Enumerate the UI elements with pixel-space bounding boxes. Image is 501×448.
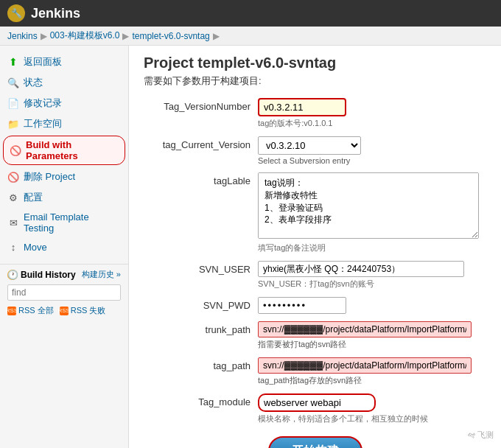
tag-module-hint: 模块名称，特别适合多个工程，相互独立的时候	[258, 413, 486, 424]
form-row-svn-user: SVN_USER SVN_USER：打tag的svn的账号	[144, 261, 486, 290]
sidebar-label-move: Move	[24, 242, 47, 253]
form-row-tag-version: Tag_VersionNumber tag的版本号:v0.1.0.1	[144, 98, 486, 129]
tag-version-hint: tag的版本号:v0.1.0.1	[258, 118, 486, 129]
rss-icon-failed: RSS	[60, 307, 69, 315]
history-icon: 🕐	[7, 270, 18, 280]
control-svn-user: SVN_USER：打tag的svn的账号	[258, 261, 486, 290]
control-tag-module: 模块名称，特别适合多个工程，相互独立的时候	[258, 393, 486, 424]
rss-all-label: RSS 全部	[18, 305, 54, 316]
form-row-tag-lable: tagLable tag说明： 新增修改特性 1、登录验证码 2、表单字段排序 …	[144, 172, 486, 253]
label-svn-pwd: SVN_PWD	[144, 297, 258, 311]
sidebar-label-email: Email Template Testing	[24, 211, 121, 234]
label-tag-lable: tagLable	[144, 172, 258, 186]
submit-button[interactable]: 开始构建	[268, 436, 362, 448]
find-input[interactable]	[7, 284, 121, 301]
svn-pwd-input[interactable]	[258, 297, 346, 314]
build-history-title: Build History	[21, 270, 76, 280]
delete-icon: 🚫	[7, 171, 19, 183]
folder-icon: 📁	[7, 118, 19, 130]
tag-lable-hint: 填写tag的备注说明	[258, 242, 486, 253]
move-icon: ↕	[7, 241, 19, 253]
breadcrumb-jenkins[interactable]: Jenkins	[7, 31, 38, 41]
page-subtitle: 需要如下参数用于构建项目:	[144, 74, 486, 88]
form-row-svn-pwd: SVN_PWD	[144, 297, 486, 314]
sidebar-item-delete-project[interactable]: 🚫 删除 Project	[0, 167, 128, 187]
app-title: Jenkins	[31, 6, 80, 21]
sidebar-label-status: 状态	[24, 76, 43, 89]
rss-icon-all: RSS	[7, 307, 16, 315]
sidebar-label-modify: 修改记录	[24, 97, 62, 110]
form-row-trunk-path: trunk_path 指需要被打tag的svn路径	[144, 321, 486, 350]
control-svn-pwd	[258, 297, 486, 314]
arrow-up-icon: ⬆	[7, 56, 19, 68]
control-current-version: v0.3.2.10 Select a Subversion entry	[258, 136, 486, 165]
sidebar-label-return: 返回面板	[24, 55, 62, 69]
file-icon: 📄	[7, 97, 19, 109]
gear-icon: ⚙	[7, 192, 19, 203]
svn-user-hint: SVN_USER：打tag的svn的账号	[258, 279, 486, 290]
main-content: Project templet-v6.0-svntag 需要如下参数用于构建项目…	[129, 46, 501, 448]
tag-path-input[interactable]	[258, 357, 472, 374]
control-trunk-path: 指需要被打tag的svn路径	[258, 321, 486, 350]
build-form: Tag_VersionNumber tag的版本号:v0.1.0.1 tag_C…	[144, 98, 486, 424]
breadcrumb-sep-3: ▶	[213, 31, 220, 41]
sidebar-item-workspace[interactable]: 📁 工作空间	[0, 113, 128, 134]
sidebar-label-delete: 删除 Project	[24, 170, 75, 183]
control-tag-lable: tag说明： 新增修改特性 1、登录验证码 2、表单字段排序 部署注意事项 1 …	[258, 172, 486, 253]
trunk-path-input[interactable]	[258, 321, 472, 337]
label-tag-version: Tag_VersionNumber	[144, 98, 258, 112]
sidebar: ⬆ 返回面板 🔍 状态 📄 修改记录 📁 工作空间 🚫 Build with P…	[0, 46, 129, 448]
label-svn-user: SVN_USER	[144, 261, 258, 275]
current-version-hint: Select a Subversion entry	[258, 156, 486, 165]
breadcrumb-templet[interactable]: templet-v6.0-svntag	[132, 31, 209, 41]
rss-all-link[interactable]: RSS RSS 全部	[7, 305, 54, 316]
sidebar-item-return-panel[interactable]: ⬆ 返回面板	[0, 52, 128, 72]
label-trunk-path: trunk_path	[144, 321, 258, 335]
breadcrumb: Jenkins ▶ 003-构建模板v6.0 ▶ templet-v6.0-sv…	[0, 27, 501, 46]
header: 🔧 Jenkins	[0, 0, 501, 27]
build-history-header: 🕐 Build History 构建历史 »	[7, 269, 121, 280]
build-params-icon: 🚫	[10, 144, 21, 156]
tag-module-input[interactable]	[258, 393, 376, 412]
control-tag-path: tag_path指tag存放的svn路径	[258, 357, 486, 386]
sidebar-item-config[interactable]: ⚙ 配置	[0, 187, 128, 208]
tag-path-hint: tag_path指tag存放的svn路径	[258, 375, 486, 386]
breadcrumb-sep-2: ▶	[122, 31, 129, 41]
build-history-section: 🕐 Build History 构建历史 » RSS RSS 全部 RSS RS…	[0, 264, 128, 321]
logo-icon: 🔧	[11, 8, 22, 18]
sidebar-item-build-with-parameters[interactable]: 🚫 Build with Parameters	[3, 136, 125, 165]
sidebar-item-status[interactable]: 🔍 状态	[0, 72, 128, 93]
sidebar-item-move[interactable]: ↕ Move	[0, 237, 128, 256]
form-row-tag-path: tag_path tag_path指tag存放的svn路径	[144, 357, 486, 386]
sidebar-item-email-template[interactable]: ✉ Email Template Testing	[0, 208, 128, 237]
current-version-select[interactable]: v0.3.2.10	[258, 136, 361, 155]
breadcrumb-sep-1: ▶	[41, 31, 47, 41]
tag-version-input[interactable]	[258, 98, 346, 116]
label-tag-module: Tag_module	[144, 393, 258, 407]
jenkins-logo: 🔧	[7, 4, 25, 22]
build-history-link[interactable]: 构建历史 »	[82, 269, 121, 280]
form-row-current-version: tag_Current_Version v0.3.2.10 Select a S…	[144, 136, 486, 165]
page-title: Project templet-v6.0-svntag	[144, 55, 486, 71]
label-current-version: tag_Current_Version	[144, 136, 258, 150]
main-layout: ⬆ 返回面板 🔍 状态 📄 修改记录 📁 工作空间 🚫 Build with P…	[0, 46, 501, 448]
email-icon: ✉	[7, 217, 19, 228]
sidebar-item-modify-records[interactable]: 📄 修改记录	[0, 93, 128, 113]
search-icon: 🔍	[7, 77, 19, 88]
sidebar-label-build-params: Build with Parameters	[26, 139, 119, 161]
rss-failed-label: RSS 失败	[71, 305, 106, 316]
form-row-tag-module: Tag_module 模块名称，特别适合多个工程，相互独立的时候	[144, 393, 486, 424]
trunk-path-hint: 指需要被打tag的svn路径	[258, 339, 486, 350]
rss-failed-link[interactable]: RSS RSS 失败	[60, 305, 106, 316]
control-tag-version: tag的版本号:v0.1.0.1	[258, 98, 486, 129]
svn-user-input[interactable]	[258, 261, 464, 277]
watermark: 🛩 飞测	[467, 430, 494, 441]
submit-row: 开始构建	[144, 436, 486, 448]
tag-lable-textarea[interactable]: tag说明： 新增修改特性 1、登录验证码 2、表单字段排序 部署注意事项 1 …	[258, 172, 479, 239]
rss-links: RSS RSS 全部 RSS RSS 失败	[7, 305, 121, 316]
sidebar-label-workspace: 工作空间	[24, 117, 62, 130]
breadcrumb-project[interactable]: 003-构建模板v6.0	[50, 29, 120, 42]
label-tag-path: tag_path	[144, 357, 258, 371]
sidebar-label-config: 配置	[24, 191, 43, 204]
